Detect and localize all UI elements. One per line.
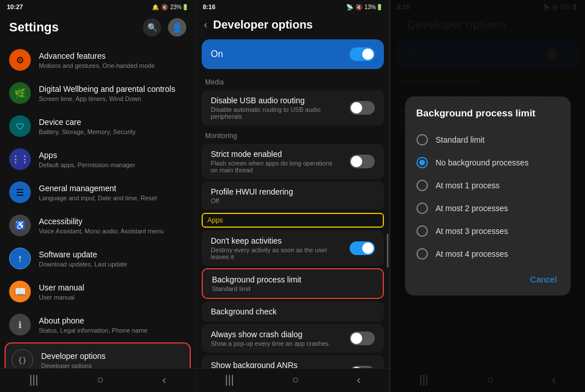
dev-item-crash-dialog[interactable]: Always show crash dialog Show a pop-up e… bbox=[202, 324, 384, 353]
section-apps: Apps bbox=[202, 213, 384, 228]
dev-item-strict-mode[interactable]: Strict mode enabled Flash screen when ap… bbox=[202, 144, 384, 179]
accessibility-text: Accessibility Voice Assistant, Mono audi… bbox=[39, 216, 186, 235]
disable-usb-sub: Disable automatic routing to USB audio p… bbox=[211, 106, 336, 120]
radio-no-background[interactable] bbox=[416, 157, 428, 168]
dont-keep-sub: Destroy every activity as soon as the us… bbox=[211, 246, 336, 260]
settings-header: Settings 🔍 👤 bbox=[0, 14, 195, 43]
advanced-features-icon: ⚙ bbox=[9, 49, 31, 71]
settings-item-device-care[interactable]: 🛡 Device care Battery, Storage, Memory, … bbox=[0, 110, 195, 143]
radio-at-most-4[interactable] bbox=[416, 248, 428, 260]
status-bar-settings: 10:27 🔔 🔇 23%🔋 bbox=[0, 0, 195, 14]
apps-text: Apps Default apps, Permission manager bbox=[39, 150, 186, 168]
settings-item-software-update[interactable]: ↑ Software update Download updates, Last… bbox=[0, 242, 195, 275]
user-manual-text: User manual User manual bbox=[39, 282, 186, 301]
status-bar-dev: 8:16 📡 🔇 13%🔋 bbox=[196, 0, 390, 14]
nav-recents-icon[interactable]: ||| bbox=[29, 373, 38, 386]
profile-hwui-text: Profile HWUI rendering Off bbox=[211, 187, 293, 204]
general-management-icon: ☰ bbox=[9, 181, 31, 203]
dialog-option-standard-limit[interactable]: Standard limit bbox=[405, 128, 571, 151]
dev-on-toggle[interactable] bbox=[350, 47, 375, 61]
bg-check-title: Background check bbox=[211, 307, 277, 316]
dialog-option-no-background[interactable]: No background processes bbox=[405, 151, 571, 174]
bg-anrs-text: Show background ANRs Display App Not Res… bbox=[211, 361, 336, 368]
bg-process-text: Background process limit Standard limit bbox=[212, 275, 301, 292]
disable-usb-title: Disable USB audio routing bbox=[211, 96, 336, 105]
disable-usb-toggle[interactable] bbox=[350, 101, 375, 115]
settings-list: ⚙ Advanced features Motions and gestures… bbox=[0, 43, 195, 368]
device-care-title: Device care bbox=[39, 117, 186, 127]
crash-dialog-sub: Show a pop-up every time an app crashes. bbox=[211, 340, 330, 347]
radio-at-most-2[interactable] bbox=[416, 203, 428, 214]
background-process-limit-dialog: Background process limit Standard limit … bbox=[405, 96, 571, 296]
settings-item-user-manual[interactable]: 📖 User manual User manual bbox=[0, 275, 195, 308]
settings-item-digital-wellbeing[interactable]: 🌿 Digital Wellbeing and parental control… bbox=[0, 76, 195, 110]
settings-item-about-phone[interactable]: ℹ About phone Status, Legal information,… bbox=[0, 308, 195, 341]
label-standard-limit: Standard limit bbox=[436, 135, 485, 144]
about-phone-title: About phone bbox=[39, 316, 186, 326]
nav-home-icon[interactable]: ○ bbox=[97, 373, 103, 386]
crash-dialog-title: Always show crash dialog bbox=[211, 330, 330, 339]
apps-icon: ⋮⋮ bbox=[9, 148, 31, 170]
bg-anrs-toggle[interactable] bbox=[350, 366, 375, 368]
dont-keep-toggle[interactable] bbox=[350, 241, 375, 255]
nav-home-icon-dev[interactable]: ○ bbox=[292, 373, 299, 386]
settings-item-general-management[interactable]: ☰ General management Language and input,… bbox=[0, 176, 195, 209]
search-button[interactable]: 🔍 bbox=[143, 18, 161, 37]
settings-panel: 10:27 🔔 🔇 23%🔋 Settings 🔍 👤 ⚙ Advanced f… bbox=[0, 0, 196, 392]
profile-button[interactable]: 👤 bbox=[168, 18, 186, 37]
about-phone-text: About phone Status, Legal information, P… bbox=[39, 316, 186, 334]
label-at-most-2: At most 2 processes bbox=[436, 204, 508, 213]
bg-process-title: Background process limit bbox=[212, 275, 301, 284]
settings-item-advanced-features[interactable]: ⚙ Advanced features Motions and gestures… bbox=[0, 43, 195, 76]
dev-back-button[interactable]: ‹ bbox=[204, 19, 207, 31]
section-media: Media bbox=[196, 74, 390, 88]
device-care-sub: Battery, Storage, Memory, Security bbox=[39, 128, 186, 135]
software-update-icon: ↑ bbox=[9, 248, 31, 269]
dev-item-bg-process[interactable]: Background process limit Standard limit bbox=[202, 268, 384, 299]
settings-item-apps[interactable]: ⋮⋮ Apps Default apps, Permission manager bbox=[0, 143, 195, 176]
general-management-sub: Language and input, Date and time, Reset bbox=[39, 195, 186, 201]
software-update-text: Software update Download updates, Last u… bbox=[39, 249, 186, 268]
dialog-option-at-most-3[interactable]: At most 3 processes bbox=[405, 220, 571, 243]
dev-item-profile-hwui[interactable]: Profile HWUI rendering Off bbox=[202, 181, 384, 210]
device-care-icon: 🛡 bbox=[9, 115, 31, 137]
nav-recents-icon-dev[interactable]: ||| bbox=[225, 373, 234, 386]
label-at-most-4: At most 4 processes bbox=[436, 249, 508, 258]
scroll-bar-dev bbox=[387, 233, 388, 268]
label-at-most-3: At most 3 processes bbox=[436, 227, 508, 236]
battery-icon-dev: 13%🔋 bbox=[364, 4, 383, 10]
settings-item-developer-options[interactable]: {} Developer options Developer options bbox=[5, 342, 191, 368]
signal-icon: 🔇 bbox=[161, 4, 168, 10]
user-manual-sub: User manual bbox=[39, 294, 186, 301]
label-no-background: No background processes bbox=[436, 158, 529, 167]
dev-item-disable-usb[interactable]: Disable USB audio routing Disable automa… bbox=[202, 90, 384, 126]
dialog-option-at-most-2[interactable]: At most 2 processes bbox=[405, 197, 571, 220]
dialog-actions: Cancel bbox=[405, 265, 571, 291]
dialog-cancel-button[interactable]: Cancel bbox=[526, 272, 562, 286]
strict-mode-text: Strict mode enabled Flash screen when ap… bbox=[211, 149, 336, 173]
dialog-option-at-most-1[interactable]: At most 1 process bbox=[405, 174, 571, 197]
radio-at-most-3[interactable] bbox=[416, 225, 428, 237]
nav-back-icon[interactable]: ‹ bbox=[162, 373, 166, 386]
radio-at-most-1[interactable] bbox=[416, 180, 428, 191]
dialog-option-at-most-4[interactable]: At most 4 processes bbox=[405, 243, 571, 265]
crash-dialog-toggle[interactable] bbox=[350, 332, 375, 345]
strict-mode-toggle[interactable] bbox=[350, 155, 375, 168]
radio-standard-limit[interactable] bbox=[416, 134, 428, 146]
developer-options-icon: {} bbox=[11, 349, 33, 368]
dev-item-dont-keep[interactable]: Don't keep activities Destroy every acti… bbox=[202, 231, 384, 266]
battery-icon: 🔔 bbox=[152, 4, 159, 10]
general-management-text: General management Language and input, D… bbox=[39, 183, 186, 201]
radio-no-background-inner bbox=[419, 160, 425, 165]
header-icons: 🔍 👤 bbox=[143, 18, 186, 37]
dev-item-bg-anrs[interactable]: Show background ANRs Display App Not Res… bbox=[202, 355, 384, 368]
disable-usb-text: Disable USB audio routing Disable automa… bbox=[211, 96, 336, 120]
dev-on-toggle-box[interactable]: On bbox=[202, 39, 384, 69]
nav-back-icon-dev[interactable]: ‹ bbox=[357, 373, 361, 386]
dont-keep-text: Don't keep activities Destroy every acti… bbox=[211, 236, 336, 260]
software-update-sub: Download updates, Last update bbox=[39, 261, 186, 268]
dev-item-bg-check[interactable]: Background check bbox=[202, 301, 384, 322]
user-manual-title: User manual bbox=[39, 282, 186, 293]
settings-item-accessibility[interactable]: ♿ Accessibility Voice Assistant, Mono au… bbox=[0, 209, 195, 242]
dialog-overlay: Background process limit Standard limit … bbox=[390, 0, 585, 392]
